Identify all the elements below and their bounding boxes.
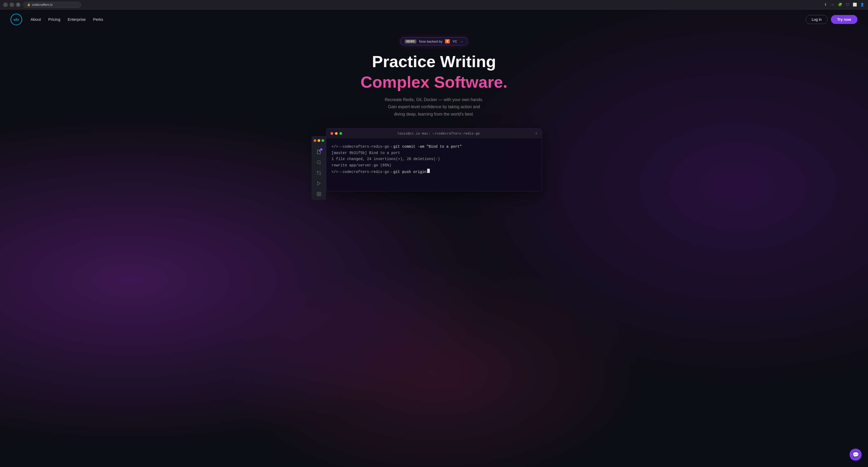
hero-section: NEWS Now backed by Y YC → Practice Writi…: [0, 30, 868, 191]
term-prompt-1: </>: [332, 144, 338, 150]
subtitle-line1: Recreate Redis, Git, Docker — with your …: [385, 97, 483, 102]
term-path-1: codecrafters-redis-go: [343, 144, 389, 150]
notification-badge: 1: [320, 148, 322, 151]
svg-point-0: [317, 161, 320, 164]
terminal-dot-red: [331, 132, 333, 135]
term-output-4: rewrite app/server.go (65%): [332, 162, 391, 169]
bookmark-button[interactable]: ☆: [830, 2, 835, 7]
extensions-icon[interactable]: [316, 191, 321, 197]
yc-logo: Y: [445, 39, 450, 43]
svg-marker-4: [317, 182, 320, 185]
login-button[interactable]: Log in: [806, 15, 828, 24]
terminal-line-4: rewrite app/server.go (65%): [332, 162, 536, 169]
terminal-line-1: </> → codecrafters-redis-go → git commit…: [332, 144, 536, 150]
hero-subtitle: Recreate Redis, Git, Docker — with your …: [5, 96, 863, 118]
news-arrow: →: [460, 39, 463, 43]
svg-point-3: [317, 171, 318, 173]
run-icon[interactable]: [316, 181, 321, 186]
term-arrow-5b: →: [390, 169, 392, 175]
terminal-container: 1: [326, 128, 542, 191]
address-bar[interactable]: 🔒 codecrafters.io: [23, 2, 81, 8]
term-path-5: codecrafters-redis-go: [343, 169, 389, 175]
term-cmd-5: git push origin: [393, 169, 426, 175]
back-button[interactable]: ←: [3, 2, 8, 7]
share-button[interactable]: ⬆: [823, 2, 828, 7]
term-cmd-1: git commit -am "Bind to a port": [393, 144, 462, 150]
search-icon[interactable]: [316, 160, 321, 165]
terminal-line-2: [master 9b31f5b] Bind to a port: [332, 150, 536, 156]
svg-rect-5: [317, 192, 318, 193]
svg-rect-6: [319, 192, 320, 193]
chat-icon: 💬: [852, 452, 859, 458]
extensions-button[interactable]: 🧩: [837, 2, 843, 7]
terminal-window: louis@cc.io-mac: ~/codecrafters-redis-go…: [326, 128, 542, 191]
reload-button[interactable]: ↻: [16, 2, 21, 7]
svg-rect-7: [319, 194, 320, 195]
terminal-plus[interactable]: +: [535, 131, 537, 136]
profile-button[interactable]: 👤: [860, 2, 865, 7]
navbar: </> About Pricing Enterprise Perks Log i…: [0, 9, 868, 30]
terminal-line-5: </> → codecrafters-redis-go → git push o…: [332, 169, 536, 175]
yc-label: YC: [453, 39, 457, 43]
svg-rect-8: [317, 194, 318, 195]
logo[interactable]: </>: [10, 14, 22, 25]
shield-button[interactable]: 🛡: [845, 2, 850, 7]
term-cursor: [427, 169, 430, 173]
subtitle-line3: diving deep, learning from the world's b…: [394, 112, 474, 116]
terminal-dot-yellow: [335, 132, 338, 135]
dot-red: [314, 139, 316, 142]
files-icon[interactable]: 1: [316, 149, 321, 155]
browser-chrome: ← → ↻ 🔒 codecrafters.io ⬆ ☆ 🧩 🛡 ⬜ 👤: [0, 0, 868, 9]
terminal-body: </> → codecrafters-redis-go → git commit…: [326, 138, 542, 191]
svg-line-1: [320, 163, 320, 164]
news-label: NEWS: [405, 39, 416, 43]
lock-icon: 🔒: [27, 3, 30, 6]
news-badge[interactable]: NEWS Now backed by Y YC →: [400, 37, 468, 45]
term-arrow-1b: →: [390, 144, 392, 150]
logo-icon: </>: [10, 14, 22, 25]
terminal-dot-green: [339, 132, 342, 135]
hero-title-line1: Practice Writing: [5, 53, 863, 70]
terminal-titlebar: louis@cc.io-mac: ~/codecrafters-redis-go…: [326, 128, 542, 138]
subtitle-line2: Gain expert-level confidence by taking a…: [388, 104, 480, 109]
browser-nav-buttons: ← → ↻: [3, 2, 21, 7]
svg-point-2: [319, 174, 321, 175]
terminal-title: louis@cc.io-mac: ~/codecrafters-redis-go: [397, 131, 480, 135]
nav-pricing[interactable]: Pricing: [48, 17, 60, 22]
hero-title-line2: Complex Software.: [5, 73, 863, 91]
nav-links: About Pricing Enterprise Perks: [31, 17, 103, 22]
browser-actions: ⬆ ☆ 🧩 🛡 ⬜ 👤: [823, 2, 865, 7]
nav-about[interactable]: About: [31, 17, 41, 22]
term-arrow-5: →: [339, 169, 341, 175]
source-control-icon[interactable]: [316, 170, 321, 176]
vscode-sidebar: 1: [312, 136, 326, 200]
nav-perks[interactable]: Perks: [93, 17, 103, 22]
news-text: Now backed by: [419, 39, 442, 43]
layout-button[interactable]: ⬜: [852, 2, 858, 7]
chat-button[interactable]: 💬: [849, 448, 862, 461]
terminal-window-dots: [331, 132, 342, 135]
nav-enterprise[interactable]: Enterprise: [68, 17, 86, 22]
term-arrow-1: →: [339, 144, 341, 150]
dot-yellow: [318, 139, 320, 142]
term-output-2: [master 9b31f5b] Bind to a port: [332, 150, 400, 156]
url-text: codecrafters.io: [32, 3, 53, 7]
try-now-button[interactable]: Try now: [831, 15, 858, 24]
forward-button[interactable]: →: [9, 2, 14, 7]
terminal-line-3: 1 file changed, 24 insertions(+), 26 del…: [332, 156, 536, 162]
term-prompt-5: </>: [332, 169, 338, 175]
term-output-3: 1 file changed, 24 insertions(+), 26 del…: [332, 156, 440, 162]
dot-green: [321, 139, 324, 142]
nav-right: Log in Try now: [806, 15, 858, 24]
sidebar-dots: [314, 139, 324, 142]
site-wrapper: </> About Pricing Enterprise Perks Log i…: [0, 9, 868, 191]
